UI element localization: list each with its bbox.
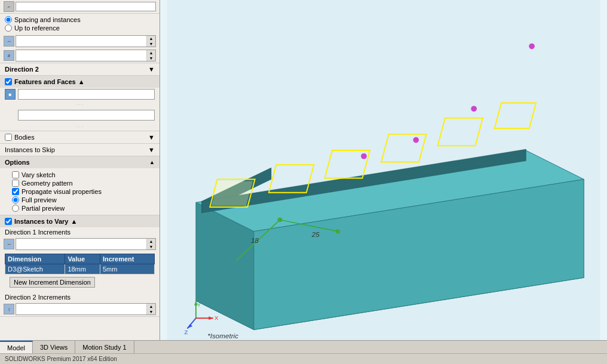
bodies-checkbox[interactable]	[5, 134, 12, 141]
spacing-radio[interactable]	[5, 16, 12, 23]
edge-field-wrap[interactable]: Edge<1>	[16, 2, 156, 11]
left-panel: ⌐ Edge<1> Spacing and instances Up to re…	[0, 0, 160, 340]
bodies-header[interactable]: Bodies ▼	[0, 131, 160, 143]
cut-extrude-input[interactable]: Cut-Extrude1	[18, 89, 155, 100]
spacing-field-wrap[interactable]: 40.000mm ▲ ▼	[16, 35, 156, 47]
row-value: 18mm	[65, 264, 100, 274]
dir2-increment-input[interactable]: 0.000mm	[16, 305, 146, 313]
dir1-increment-row: ↔ 10.000mm ▲ ▼	[0, 237, 160, 251]
dir2-field-wrap[interactable]: 0.000mm ▲ ▼	[16, 303, 156, 315]
spacing-down[interactable]: ▼	[147, 41, 155, 47]
edge-input[interactable]: Edge<1>	[16, 2, 155, 11]
up-to-ref-radio-item[interactable]: Up to reference	[5, 24, 155, 32]
dir2-icon: ↕	[4, 304, 14, 314]
options-label: Options	[5, 159, 30, 166]
up-to-ref-radio[interactable]	[5, 24, 12, 32]
svg-rect-8	[211, 181, 253, 206]
spacing-radio-item[interactable]: Spacing and instances	[5, 16, 155, 23]
tab-3d-views[interactable]: 3D Views	[33, 341, 75, 353]
instances-skip-section: Instances to Skip ▼	[0, 144, 160, 156]
status-text: SOLIDWORKS Premium 2017 x64 Edition	[5, 356, 117, 362]
tab-motion-study[interactable]: Motion Study 1	[75, 341, 134, 353]
count-input[interactable]: 7	[16, 51, 146, 60]
divider1: · · ·	[0, 101, 160, 109]
svg-point-16	[471, 106, 477, 112]
options-chevron: ▲	[149, 159, 155, 165]
col-increment: Increment	[100, 254, 154, 264]
spacing-label: Spacing and instances	[14, 16, 81, 23]
partial-preview-radio[interactable]	[12, 205, 19, 212]
instances-vary-header[interactable]: Instances to Vary ▲	[0, 215, 160, 227]
face-input[interactable]	[18, 110, 155, 121]
cut-extrude-icon: ■	[5, 89, 16, 100]
edge-input-row: ⌐ Edge<1>	[0, 0, 160, 13]
spacing-up[interactable]: ▲	[147, 36, 155, 41]
row-increment: 5mm	[100, 264, 154, 274]
count-icon: #	[4, 50, 14, 61]
dir2-spinner[interactable]: ▲ ▼	[146, 304, 155, 314]
isometric-label: *Isometric	[207, 332, 238, 340]
dir1-icon: ↔	[4, 239, 14, 249]
features-faces-header[interactable]: Features and Faces ▲	[0, 76, 160, 88]
dir1-up[interactable]: ▲	[147, 239, 155, 244]
bodies-section: Bodies ▼	[0, 131, 160, 144]
bodies-chevron: ▼	[148, 134, 155, 141]
3d-view: 18 25 Y X Z *Isometric	[160, 0, 607, 340]
spacing-input-row: ↔ 40.000mm ▲ ▼	[0, 34, 160, 48]
viewport[interactable]: 18 25 Y X Z *Isometric	[160, 0, 607, 340]
instances-vary-label: Instances to Vary	[14, 218, 69, 225]
svg-point-15	[413, 137, 419, 143]
svg-text:25: 25	[311, 230, 320, 238]
count-down[interactable]: ▼	[147, 55, 155, 61]
count-spinner[interactable]: ▲ ▼	[146, 50, 155, 61]
edge-section: ⌐ Edge<1>	[0, 0, 160, 14]
full-preview-radio[interactable]	[12, 196, 19, 203]
svg-point-14	[361, 153, 367, 159]
table-row[interactable]: D3@Sketch 18mm 5mm	[5, 264, 155, 274]
vary-table: Dimension Value Increment D3@Sketch 18mm…	[5, 254, 155, 274]
dir2-increment-row: ↕ 0.000mm ▲ ▼	[0, 302, 160, 316]
svg-text:Y: Y	[197, 301, 201, 308]
dir2-up[interactable]: ▲	[147, 304, 155, 309]
cut-extrude-item: ■ Cut-Extrude1	[0, 88, 160, 101]
status-bar: SOLIDWORKS Premium 2017 x64 Edition	[0, 353, 607, 364]
dir1-field-wrap[interactable]: 10.000mm ▲ ▼	[16, 238, 156, 250]
up-to-ref-label: Up to reference	[14, 24, 60, 32]
count-field-wrap[interactable]: 7 ▲ ▼	[16, 50, 156, 61]
count-up[interactable]: ▲	[147, 50, 155, 55]
instances-vary-checkbox[interactable]	[5, 218, 12, 225]
instances-skip-chevron: ▼	[148, 146, 155, 153]
new-increment-button[interactable]: New Increment Dimension	[10, 277, 95, 288]
svg-point-17	[529, 44, 535, 50]
options-header[interactable]: Options ▲	[0, 156, 160, 168]
geometry-pattern-checkbox[interactable]	[12, 180, 19, 187]
dir1-increments-label: Direction 1 Increments	[0, 227, 160, 237]
dir2-down[interactable]: ▼	[147, 309, 155, 314]
features-faces-checkbox[interactable]	[5, 78, 12, 85]
svg-text:18: 18	[251, 236, 259, 244]
direction2-chevron: ▼	[148, 66, 155, 73]
propagate-checkbox[interactable]	[12, 188, 19, 195]
instances-skip-header[interactable]: Instances to Skip ▼	[0, 144, 160, 156]
vary-sketch-checkbox[interactable]	[12, 171, 19, 178]
col-value: Value	[65, 254, 100, 264]
spacing-section: Spacing and instances Up to reference ↔ …	[0, 14, 160, 63]
direction2-label: Direction 2	[5, 66, 39, 73]
dir1-down[interactable]: ▼	[147, 244, 155, 249]
options-content: Vary sketch Geometry pattern Propagate v…	[0, 168, 160, 215]
tab-model[interactable]: Model	[0, 341, 33, 353]
instances-vary-section: Instances to Vary ▲ Direction 1 Incremen…	[0, 215, 160, 317]
spacing-spinner[interactable]: ▲ ▼	[146, 36, 155, 47]
features-faces-label: Features and Faces	[14, 78, 76, 85]
spacing-input[interactable]: 40.000mm	[16, 37, 146, 45]
bottom-tabs-bar: Model 3D Views Motion Study 1	[0, 340, 607, 353]
direction2-header[interactable]: Direction 2 ▼	[0, 63, 160, 76]
spacing-radio-group: Spacing and instances Up to reference	[0, 14, 160, 34]
propagate-item: Propagate visual properties	[5, 187, 155, 196]
dir1-increment-input[interactable]: 10.000mm	[16, 240, 146, 248]
svg-text:Z: Z	[185, 329, 188, 335]
features-faces-chevron: ▲	[78, 78, 85, 85]
bodies-label-wrap: Bodies	[5, 134, 35, 141]
bodies-label: Bodies	[14, 134, 35, 141]
dir1-spinner[interactable]: ▲ ▼	[146, 239, 155, 249]
